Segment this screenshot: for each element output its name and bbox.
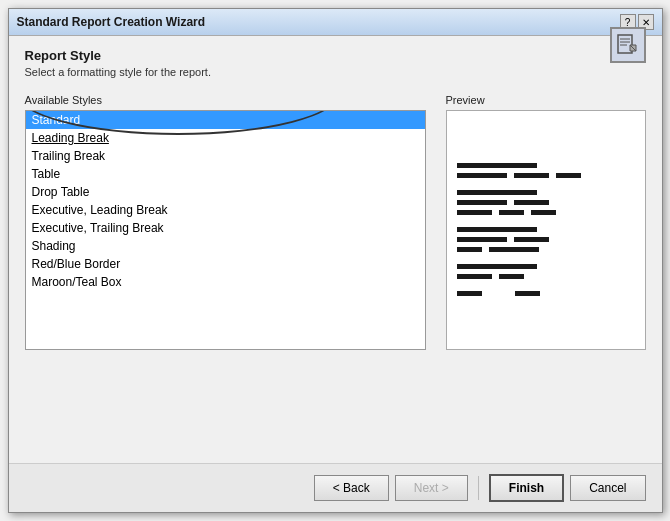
section-header-text: Report Style Select a formatting style f… (25, 48, 211, 78)
preview-image (457, 121, 635, 339)
style-list-item[interactable]: Executive, Trailing Break (26, 219, 425, 237)
style-list-item[interactable]: Drop Table (26, 183, 425, 201)
dialog-window: Standard Report Creation Wizard ? ✕ Repo… (8, 8, 663, 513)
dialog-footer: < Back Next > Finish Cancel (9, 463, 662, 512)
style-list-item[interactable]: Executive, Leading Break (26, 201, 425, 219)
main-content: Available Styles StandardLeading BreakTr… (25, 94, 646, 451)
report-style-icon (610, 27, 646, 63)
cancel-button[interactable]: Cancel (570, 475, 645, 501)
styles-list[interactable]: StandardLeading BreakTrailing BreakTable… (25, 110, 426, 350)
title-bar: Standard Report Creation Wizard ? ✕ (9, 9, 662, 36)
section-subtitle: Select a formatting style for the report… (25, 66, 211, 78)
content-area: Report Style Select a formatting style f… (9, 36, 662, 463)
style-list-item[interactable]: Shading (26, 237, 425, 255)
next-button[interactable]: Next > (395, 475, 468, 501)
style-list-item[interactable]: Red/Blue Border (26, 255, 425, 273)
preview-box (446, 110, 646, 350)
preview-panel: Preview (446, 94, 646, 451)
styles-panel-label: Available Styles (25, 94, 426, 106)
finish-button[interactable]: Finish (489, 474, 564, 502)
preview-label: Preview (446, 94, 646, 106)
footer-divider (478, 476, 479, 500)
back-button[interactable]: < Back (314, 475, 389, 501)
style-list-item[interactable]: Table (26, 165, 425, 183)
style-list-item[interactable]: Maroon/Teal Box (26, 273, 425, 291)
style-list-item[interactable]: Standard (26, 111, 425, 129)
dialog-title: Standard Report Creation Wizard (17, 15, 206, 29)
icon-svg (616, 33, 640, 57)
section-header: Report Style Select a formatting style f… (25, 48, 646, 78)
styles-panel: Available Styles StandardLeading BreakTr… (25, 94, 426, 451)
style-list-item[interactable]: Trailing Break (26, 147, 425, 165)
style-list-item[interactable]: Leading Break (26, 129, 425, 147)
section-title: Report Style (25, 48, 211, 63)
